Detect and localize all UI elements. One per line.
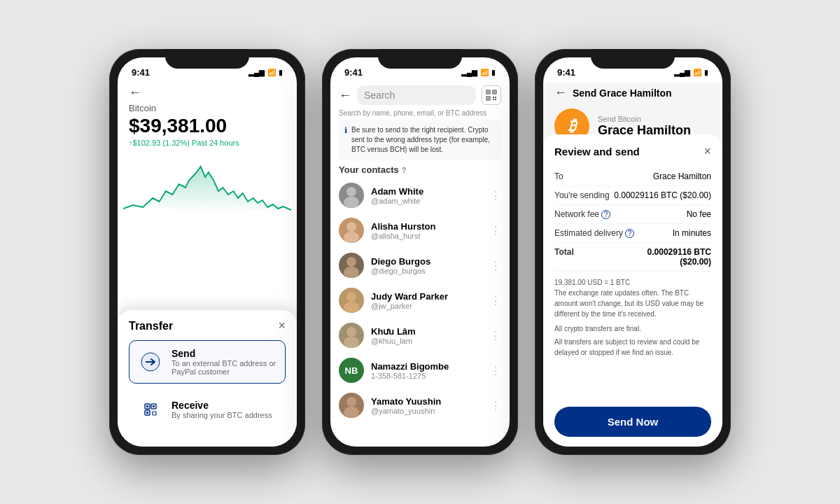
contact-info-khu: Khưu Lâm @khuu_lam bbox=[371, 326, 483, 345]
notch-3 bbox=[591, 49, 675, 69]
wifi-icon-2: 📶 bbox=[480, 69, 489, 76]
close-button-3[interactable]: × bbox=[704, 144, 711, 159]
svg-point-28 bbox=[346, 397, 356, 407]
svg-rect-7 bbox=[153, 412, 156, 415]
svg-rect-12 bbox=[494, 92, 496, 93]
search-input[interactable]: Search bbox=[357, 85, 476, 105]
transfer-modal: Transfer × Send To an external BTC bbox=[118, 310, 297, 447]
contact-list: Adam White @adam_white ⋮ Alisha Hurston … bbox=[330, 178, 510, 447]
more-icon-0[interactable]: ⋮ bbox=[490, 189, 501, 202]
receive-option[interactable]: Receive By sharing your BTC address bbox=[129, 389, 286, 430]
fee-label: Network fee ? bbox=[554, 209, 610, 219]
contact-item-6[interactable]: Yamato Yuushin @yamato_yuushin ⋮ bbox=[330, 388, 510, 423]
search-placeholder: Search bbox=[364, 90, 395, 101]
delivery-help-icon[interactable]: ? bbox=[625, 229, 634, 238]
contact-handle-6: @yamato_yuushin bbox=[371, 407, 483, 415]
contact-name-3: Judy Ward Parker bbox=[371, 291, 483, 302]
receive-option-text: Receive By sharing your BTC address bbox=[172, 400, 272, 419]
avatar-adam bbox=[339, 183, 364, 208]
screen-2: 9:41 ▂▄▆ 📶 ▮ ← Search bbox=[330, 57, 510, 447]
contact-handle-5: 1-358-581-1275 bbox=[371, 372, 483, 380]
contact-info-namazzi: Namazzi Bigombe 1-358-581-1275 bbox=[371, 361, 483, 380]
status-icons-3: ▂▄▆ 📶 ▮ bbox=[674, 69, 708, 76]
fee-value: No fee bbox=[687, 209, 711, 219]
qr-scan-button[interactable] bbox=[482, 85, 501, 105]
svg-rect-4 bbox=[146, 405, 148, 407]
close-button-1[interactable]: × bbox=[278, 318, 286, 333]
status-icons-1: ▂▄▆ 📶 ▮ bbox=[248, 69, 283, 76]
phone2-header: ← Search bbox=[330, 83, 510, 109]
exchange-note: 19,381.00 USD = 1 BTC The exchange rate … bbox=[554, 277, 711, 319]
total-value: 0.00029116 BTC($20.00) bbox=[648, 247, 711, 267]
avatar-khu bbox=[339, 323, 364, 348]
more-icon-2[interactable]: ⋮ bbox=[490, 259, 501, 272]
contact-name-5: Namazzi Bigombe bbox=[371, 361, 483, 372]
receive-desc: By sharing your BTC address bbox=[172, 411, 272, 419]
review-row-to: To Grace Hamilton bbox=[554, 167, 711, 186]
fee-help-icon[interactable]: ? bbox=[601, 210, 610, 219]
contact-name-0: Adam White bbox=[371, 186, 483, 197]
svg-rect-5 bbox=[153, 405, 155, 407]
more-icon-4[interactable]: ⋮ bbox=[490, 329, 501, 342]
signal-icon: ▂▄▆ bbox=[248, 69, 265, 76]
more-icon-6[interactable]: ⋮ bbox=[490, 399, 501, 412]
send-label: Send Bitcoin bbox=[598, 115, 691, 123]
more-icon-1[interactable]: ⋮ bbox=[490, 224, 501, 237]
battery-icon-2: ▮ bbox=[491, 69, 496, 76]
wifi-icon-3: 📶 bbox=[693, 69, 701, 76]
svg-point-24 bbox=[346, 292, 356, 302]
send-now-button[interactable]: Send Now bbox=[554, 407, 711, 437]
contacts-help-icon: ? bbox=[402, 166, 407, 174]
svg-point-23 bbox=[344, 267, 359, 278]
contact-handle-0: @adam_white bbox=[371, 197, 483, 205]
signal-icon-3: ▂▄▆ bbox=[674, 69, 690, 76]
svg-rect-17 bbox=[495, 99, 496, 100]
price-chart bbox=[123, 153, 291, 237]
crypto-price: $39,381.00 bbox=[129, 115, 286, 137]
back-button-2[interactable]: ← bbox=[339, 88, 351, 103]
svg-point-18 bbox=[346, 187, 356, 197]
avatar-diego bbox=[339, 253, 364, 278]
back-button-1[interactable]: ← bbox=[129, 85, 286, 100]
phone3-content: ← Send Grace Hamilton ₿ Send Bitcoin Gra… bbox=[543, 83, 722, 447]
svg-rect-16 bbox=[493, 99, 494, 100]
contact-item-0[interactable]: Adam White @adam_white ⋮ bbox=[330, 178, 510, 213]
modal-header: Transfer × bbox=[129, 318, 286, 333]
svg-rect-6 bbox=[146, 412, 148, 414]
time-3: 9:41 bbox=[557, 67, 575, 78]
contacts-label: Your contacts ? bbox=[339, 164, 501, 175]
contact-handle-3: @jw_parker bbox=[371, 302, 483, 310]
send-option[interactable]: Send To an external BTC address or PayPa… bbox=[129, 340, 286, 384]
final-note-2: All transfers are subject to review and … bbox=[554, 337, 711, 358]
crypto-label: Bitcoin bbox=[129, 103, 286, 113]
contact-handle-1: @alisha_hurst bbox=[371, 232, 483, 240]
review-row-fee: Network fee ? No fee bbox=[554, 205, 711, 224]
delivery-label: Estimated delivery ? bbox=[554, 228, 634, 238]
sending-label: You're sending bbox=[554, 190, 610, 200]
phone1-content: ← Bitcoin $39,381.00 ↑$102.93 (1.32%) Pa… bbox=[118, 83, 297, 447]
svg-point-25 bbox=[344, 302, 359, 313]
contact-item-2[interactable]: Diego Burgos @diego_burgos ⋮ bbox=[330, 248, 510, 283]
svg-point-22 bbox=[346, 257, 356, 267]
contact-name-4: Khưu Lâm bbox=[371, 326, 483, 337]
contact-info-yamato: Yamato Yuushin @yamato_yuushin bbox=[371, 396, 483, 415]
more-icon-3[interactable]: ⋮ bbox=[490, 294, 501, 307]
svg-point-20 bbox=[346, 222, 356, 232]
avatar-judy bbox=[339, 288, 364, 313]
back-button-3[interactable]: ← bbox=[554, 85, 567, 100]
send-icon bbox=[138, 349, 163, 374]
contact-name-2: Diego Burgos bbox=[371, 256, 483, 267]
contact-item-4[interactable]: Khưu Lâm @khuu_lam ⋮ bbox=[330, 318, 510, 353]
contact-item-1[interactable]: Alisha Hurston @alisha_hurst ⋮ bbox=[330, 213, 510, 248]
crypto-change: ↑$102.93 (1.32%) Past 24 hours bbox=[129, 139, 286, 147]
wifi-icon: 📶 bbox=[267, 69, 276, 76]
contact-item-3[interactable]: Judy Ward Parker @jw_parker ⋮ bbox=[330, 283, 510, 318]
svg-point-27 bbox=[344, 337, 359, 348]
review-modal: Review and send × To Grace Hamilton You'… bbox=[543, 134, 722, 447]
svg-point-29 bbox=[344, 407, 359, 418]
contact-info-diego: Diego Burgos @diego_burgos bbox=[371, 256, 483, 275]
more-icon-5[interactable]: ⋮ bbox=[490, 364, 501, 377]
phone-3: 9:41 ▂▄▆ 📶 ▮ ← Send Grace Hamilton ₿ bbox=[535, 49, 731, 455]
svg-rect-13 bbox=[488, 98, 489, 99]
contact-item-5[interactable]: NB Namazzi Bigombe 1-358-581-1275 ⋮ bbox=[330, 353, 510, 388]
